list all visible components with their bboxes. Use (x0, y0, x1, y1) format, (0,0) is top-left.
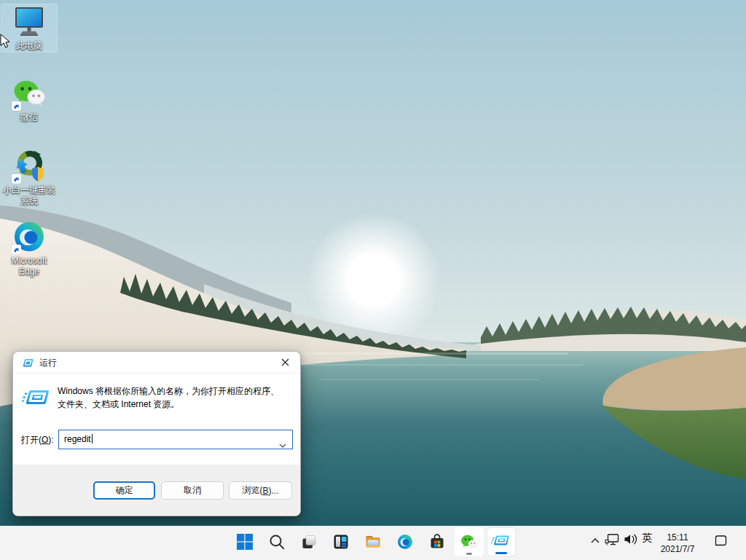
run-command-input[interactable]: regedit (58, 430, 293, 449)
desktop-icon-label: Microsoft Edge (1, 256, 57, 277)
run-dialog: 运行 Windows 将根据你所输入的名称，为你打开相应的程序、 文件夹、文档或… (12, 351, 301, 516)
widgets-icon (332, 533, 350, 551)
dialog-title: 运行 (39, 357, 57, 369)
microsoft-store-icon (428, 533, 446, 551)
run-taskbar-button[interactable] (487, 527, 516, 556)
start-button[interactable] (230, 527, 259, 556)
shortcut-arrow-icon (12, 174, 21, 184)
desktop-icon-xiaobai-reinstall[interactable]: 小白一键重装系统 (1, 149, 57, 207)
dialog-footer: 确定 取消 浏览(B)... (13, 465, 300, 516)
search-button[interactable] (262, 527, 291, 556)
widgets-button[interactable] (326, 527, 356, 556)
windows-start-icon (236, 533, 254, 551)
close-button[interactable] (270, 352, 300, 373)
search-icon (269, 534, 286, 551)
active-window-indicator (495, 552, 507, 554)
desktop-icon-wechat[interactable]: 微信 (1, 76, 57, 123)
running-indicator (466, 553, 472, 555)
ok-button[interactable]: 确定 (93, 481, 155, 500)
task-view-button[interactable] (294, 527, 323, 556)
chevron-up-icon (592, 539, 599, 543)
file-explorer-button[interactable] (358, 527, 388, 556)
run-window-icon-small (23, 358, 34, 371)
run-icon (491, 534, 511, 550)
xiaobai-reinstall-icon (12, 149, 47, 184)
tray-date: 2021/7/7 (653, 544, 702, 556)
chevron-down-icon[interactable] (279, 438, 286, 451)
volume-icon[interactable] (624, 533, 638, 545)
network-status-icon[interactable] (605, 533, 620, 546)
file-explorer-icon (364, 533, 382, 551)
desktop-icon-label: 微信 (1, 112, 57, 123)
edge-icon (396, 533, 414, 551)
tray-time: 15:11 (653, 532, 702, 544)
browse-button[interactable]: 浏览(B)... (229, 481, 292, 500)
notification-center-button[interactable] (713, 534, 728, 547)
ime-language-indicator[interactable]: 英 (640, 532, 654, 545)
shortcut-arrow-icon (12, 245, 21, 254)
taskbar: 英 15:11 2021/7/7 (0, 526, 746, 560)
shortcut-arrow-icon (12, 101, 21, 111)
microsoft-store-button[interactable] (423, 527, 452, 556)
run-window-icon-large (22, 387, 52, 414)
edge-icon (12, 219, 47, 254)
tray-show-hidden-icons-button[interactable] (589, 537, 602, 544)
desktop-icon-label: 小白一键重装系统 (1, 185, 57, 207)
close-icon (281, 358, 289, 366)
text-caret (92, 434, 93, 443)
task-view-icon (300, 533, 318, 551)
edge-button[interactable] (390, 527, 420, 556)
desktop-icon-edge[interactable]: Microsoft Edge (1, 219, 57, 277)
this-pc-icon (12, 4, 47, 39)
notification-icon (716, 536, 726, 545)
open-field-label: 打开(O): (21, 434, 54, 446)
wechat-icon (460, 532, 479, 551)
run-dialog-description: Windows 将根据你所输入的名称，为你打开相应的程序、 文件夹、文档或 In… (58, 385, 297, 411)
wechat-icon (12, 76, 47, 111)
mouse-cursor (0, 33, 10, 49)
wechat-taskbar-button[interactable] (455, 527, 484, 556)
cancel-button[interactable]: 取消 (161, 481, 224, 500)
tray-clock[interactable]: 15:11 2021/7/7 (653, 532, 702, 555)
run-dialog-titlebar[interactable]: 运行 (13, 352, 300, 374)
